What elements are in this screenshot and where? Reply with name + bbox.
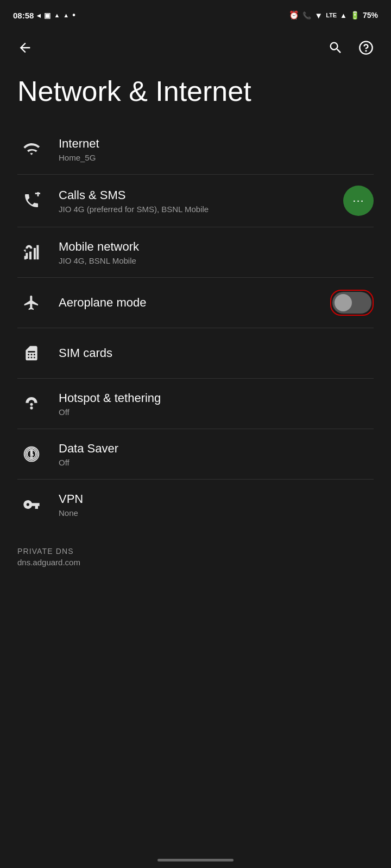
- top-action-bar: [0, 28, 391, 67]
- vpn-title: VPN: [59, 492, 374, 507]
- hotspot-title: Hotspot & tethering: [59, 391, 374, 406]
- aeroplane-mode-toggle[interactable]: [332, 292, 371, 314]
- data-saver-subtitle: Off: [59, 458, 374, 467]
- search-button[interactable]: [326, 38, 345, 58]
- calls-icon: [17, 187, 46, 215]
- svg-point-1: [365, 50, 366, 51]
- status-bar: 08:58 ◂ ▣ ▲ ▲ • ⏰ 📞 ▼ LTE ▲ 🔋 75%: [0, 0, 391, 28]
- dot-icon: •: [72, 10, 75, 20]
- internet-title: Internet: [59, 136, 374, 152]
- aeroplane-toggle-container: [330, 290, 374, 316]
- battery-percent: 75%: [363, 11, 378, 20]
- nav1-icon: ▲: [54, 12, 60, 18]
- private-dns-value: dns.adguard.com: [17, 558, 374, 567]
- data-saver-content: Data Saver Off: [59, 441, 374, 468]
- internet-content: Internet Home_5G: [59, 136, 374, 163]
- wifi-icon: [17, 135, 46, 163]
- mobile-network-title: Mobile network: [59, 239, 374, 255]
- aeroplane-toggle-highlight: [330, 290, 374, 316]
- signal-icon: [17, 238, 46, 266]
- mobile-network-content: Mobile network JIO 4G, BSNL Mobile: [59, 239, 374, 266]
- vpn-icon: [17, 490, 46, 519]
- status-time: 08:58: [13, 11, 34, 20]
- status-left: 08:58 ◂ ▣ ▲ ▲ •: [13, 10, 75, 20]
- vpn-content: VPN None: [59, 492, 374, 518]
- sim-icon: [17, 339, 46, 367]
- settings-item-calls-sms[interactable]: Calls & SMS JIO 4G (preferred for SMS), …: [0, 175, 391, 227]
- messaging-icon: ▣: [44, 11, 51, 20]
- calls-sms-title: Calls & SMS: [59, 188, 337, 203]
- mobile-network-subtitle: JIO 4G, BSNL Mobile: [59, 256, 374, 265]
- aeroplane-mode-title: Aeroplane mode: [59, 295, 321, 311]
- plane-icon: [17, 289, 46, 317]
- private-dns-section[interactable]: Private DNS dns.adguard.com: [0, 534, 391, 576]
- help-button[interactable]: [356, 38, 376, 58]
- settings-list: Internet Home_5G Calls & SMS JIO 4G (pre…: [0, 124, 391, 529]
- home-indicator: [157, 859, 234, 861]
- calls-sms-fab[interactable]: ···: [343, 186, 374, 216]
- page-title: Network & Internet: [17, 76, 374, 107]
- status-right: ⏰ 📞 ▼ LTE ▲ 🔋 75%: [289, 10, 378, 20]
- battery-icon: 🔋: [350, 11, 360, 20]
- hotspot-content: Hotspot & tethering Off: [59, 391, 374, 417]
- settings-item-hotspot[interactable]: Hotspot & tethering Off: [0, 379, 391, 429]
- private-dns-label: Private DNS: [17, 547, 374, 556]
- calls-sms-content: Calls & SMS JIO 4G (preferred for SMS), …: [59, 188, 337, 214]
- settings-item-aeroplane-mode[interactable]: Aeroplane mode: [0, 278, 391, 328]
- aeroplane-mode-content: Aeroplane mode: [59, 295, 321, 311]
- top-bar-actions: [326, 38, 376, 58]
- settings-item-sim-cards[interactable]: SIM cards: [0, 328, 391, 378]
- settings-item-vpn[interactable]: VPN None: [0, 480, 391, 529]
- internet-subtitle: Home_5G: [59, 153, 374, 162]
- hotspot-icon: [17, 390, 46, 418]
- toggle-knob: [335, 294, 352, 311]
- wifi-icon: ▼: [314, 11, 323, 20]
- lte-label: LTE: [326, 12, 337, 18]
- signal-icon: ▲: [340, 11, 347, 20]
- data-saver-title: Data Saver: [59, 441, 374, 457]
- data-saver-icon: [17, 440, 46, 468]
- settings-item-mobile-network[interactable]: Mobile network JIO 4G, BSNL Mobile: [0, 227, 391, 277]
- sim-cards-content: SIM cards: [59, 346, 374, 361]
- page-title-area: Network & Internet: [0, 67, 391, 124]
- hotspot-subtitle: Off: [59, 407, 374, 417]
- alarm-icon: ⏰: [289, 10, 299, 20]
- vpn-subtitle: None: [59, 508, 374, 518]
- back-button[interactable]: [15, 38, 35, 58]
- call-icon: 📞: [302, 11, 311, 20]
- nav2-icon: ▲: [63, 12, 69, 18]
- settings-item-data-saver[interactable]: Data Saver Off: [0, 429, 391, 479]
- sim-cards-title: SIM cards: [59, 346, 374, 361]
- settings-item-internet[interactable]: Internet Home_5G: [0, 124, 391, 174]
- calls-sms-subtitle: JIO 4G (preferred for SMS), BSNL Mobile: [59, 205, 337, 214]
- location-icon: ◂: [37, 11, 41, 20]
